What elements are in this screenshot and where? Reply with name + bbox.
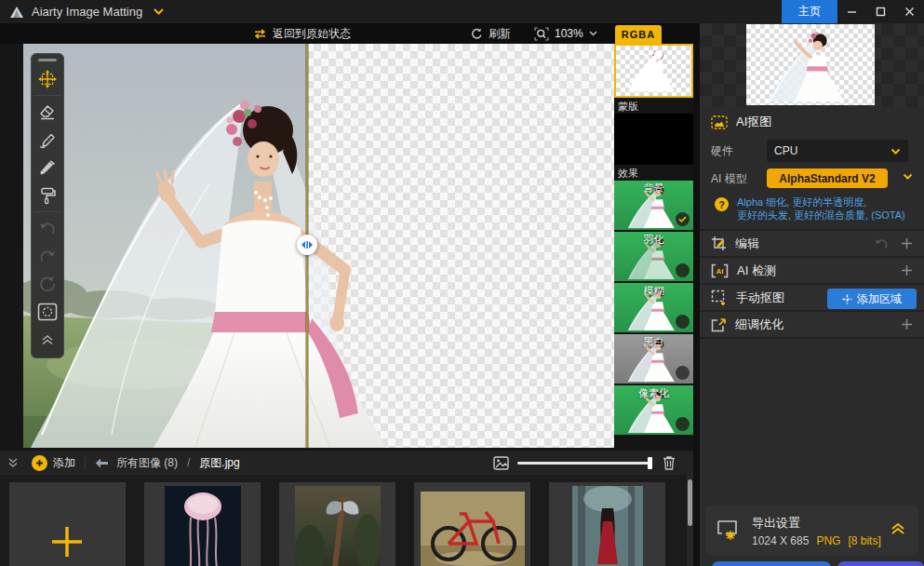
collapse-filmstrip-button[interactable]	[7, 458, 19, 468]
edit-section[interactable]: 编辑	[700, 229, 924, 256]
refine-icon	[711, 317, 727, 332]
model-desc-line1: Alpha 细化, 更好的半透明度,	[737, 195, 905, 209]
thumbnail-size-slider[interactable]	[517, 456, 652, 469]
canvas-toolbar: 返回到原始状态 刷新 103% RGBA	[0, 23, 700, 44]
thumbnail-jellyfish[interactable]	[144, 482, 261, 566]
minimize-button[interactable]	[837, 0, 866, 23]
thumbnail-bike[interactable]	[414, 482, 530, 566]
effect-tile-bw[interactable]: 黑白	[614, 334, 693, 384]
hardware-select[interactable]: CPU	[767, 140, 908, 162]
refine-section[interactable]: 细调优化	[700, 310, 924, 337]
app-menu-chevron-icon[interactable]	[154, 8, 164, 15]
filmstrip-scrollbar-thumb[interactable]	[688, 479, 692, 526]
maximize-button[interactable]	[866, 0, 895, 23]
brush-icon	[38, 159, 57, 176]
toolbar-divider	[85, 456, 86, 469]
section-divider	[700, 337, 924, 339]
export-button-partial[interactable]	[712, 561, 831, 566]
add-image-button[interactable]: 添加	[32, 455, 75, 471]
window-controls: 主页	[782, 0, 924, 23]
edit-icon	[711, 236, 727, 251]
export-all-button-partial[interactable]	[837, 561, 924, 566]
refresh-button[interactable]: 刷新	[471, 23, 511, 44]
effect-label: 像素化	[614, 386, 693, 400]
effect-tile-background[interactable]: 背景	[614, 181, 693, 230]
model-select[interactable]: AlphaStandard V2	[767, 168, 888, 188]
selection-tool-button[interactable]	[33, 298, 61, 326]
export-settings-card[interactable]: 导出设置 1024 X 685 PNG [8 bits]	[705, 505, 918, 556]
eraser-icon	[38, 103, 57, 120]
settings-sidebar: AI抠图 硬件 CPU AI 模型 AlphaStandard V2 ? Alp…	[700, 23, 924, 566]
reset-view-button[interactable]: 返回到原始状态	[253, 23, 351, 44]
mask-view-thumbnail[interactable]	[614, 114, 693, 165]
hardware-value: CPU	[774, 144, 797, 157]
pen-tool-button[interactable]	[33, 126, 61, 154]
compare-canvas[interactable]	[23, 44, 614, 448]
effect-tile-pixelate[interactable]: 像素化	[614, 385, 693, 435]
eraser-tool-button[interactable]	[33, 98, 61, 126]
effect-status-badge[interactable]	[676, 366, 690, 380]
export-settings-icon	[716, 519, 741, 542]
roller-tool-button[interactable]	[33, 182, 61, 209]
expand-plus-icon[interactable]	[901, 318, 913, 330]
reset-history-button[interactable]	[33, 270, 61, 298]
breadcrumb-all-images[interactable]: 所有图像 (8)	[116, 455, 178, 471]
chevron-down-icon	[891, 148, 901, 155]
rgba-tab[interactable]: RGBA	[615, 25, 662, 44]
redo-icon	[38, 249, 57, 263]
thumbnail-woman-red[interactable]	[549, 482, 665, 566]
expand-plus-icon[interactable]	[901, 264, 913, 276]
plus-crosshair-icon	[842, 294, 852, 304]
breadcrumb-separator: /	[187, 456, 190, 469]
ai-matting-section[interactable]: AI抠图	[700, 107, 924, 137]
undo-button[interactable]	[33, 214, 61, 242]
palette-drag-handle[interactable]	[38, 59, 57, 61]
effect-checked-badge[interactable]	[676, 212, 690, 226]
effect-label: 羽化	[614, 233, 693, 247]
expand-up-icon[interactable]	[891, 522, 905, 535]
reset-view-label: 返回到原始状态	[273, 26, 351, 42]
thumbnail-axe[interactable]	[279, 482, 395, 566]
slider-track[interactable]	[517, 462, 652, 465]
move-tool-button[interactable]	[33, 65, 61, 93]
ai-matting-title: AI抠图	[736, 114, 771, 130]
add-image-tile[interactable]	[9, 482, 126, 566]
result-preview-image[interactable]	[746, 24, 875, 105]
effect-status-badge[interactable]	[676, 417, 690, 431]
delete-image-button[interactable]	[663, 455, 676, 470]
image-filmstrip	[0, 475, 693, 566]
back-arrow-icon	[95, 458, 109, 468]
effect-tile-feather[interactable]: 羽化	[614, 232, 693, 281]
effect-label: 模糊	[614, 284, 693, 298]
zoom-chevron-icon	[589, 31, 597, 36]
home-button[interactable]: 主页	[782, 0, 837, 23]
export-size: 1024 X 685	[752, 534, 809, 547]
brush-tool-button[interactable]	[33, 154, 61, 182]
mask-section-label: 蒙版	[614, 98, 693, 114]
close-button[interactable]	[895, 0, 924, 23]
swap-arrows-icon	[253, 29, 267, 39]
section-undo-icon[interactable]	[874, 238, 889, 249]
hardware-label: 硬件	[711, 143, 733, 159]
effect-tile-blur[interactable]: 模糊	[614, 283, 693, 332]
manual-matting-section[interactable]: 手动抠图 添加区域	[700, 283, 924, 310]
plus-circle-icon	[32, 455, 47, 471]
chevron-down-icon[interactable]	[903, 173, 913, 180]
export-format[interactable]: PNG	[816, 534, 840, 547]
redo-button[interactable]	[33, 242, 61, 270]
collapse-palette-button[interactable]	[33, 326, 61, 354]
compare-divider-handle[interactable]	[297, 235, 317, 255]
app-title: Aiarty Image Matting	[32, 5, 142, 19]
effect-status-badge[interactable]	[676, 263, 690, 277]
ai-detect-section[interactable]: AI AI 检测	[700, 256, 924, 283]
model-desc-line2: 更好的头发, 更好的混合质量,	[737, 209, 868, 221]
add-region-button[interactable]: 添加区域	[827, 289, 917, 309]
model-desc-sota-link[interactable]: (SOTA)	[871, 209, 904, 221]
slider-handle[interactable]	[648, 457, 652, 469]
back-to-gallery-button[interactable]	[95, 458, 109, 468]
zoom-control[interactable]: 103%	[534, 23, 597, 44]
help-icon[interactable]: ?	[715, 197, 729, 211]
expand-plus-icon[interactable]	[901, 237, 913, 249]
model-label: AI 模型	[711, 171, 747, 187]
effect-status-badge[interactable]	[676, 315, 690, 329]
